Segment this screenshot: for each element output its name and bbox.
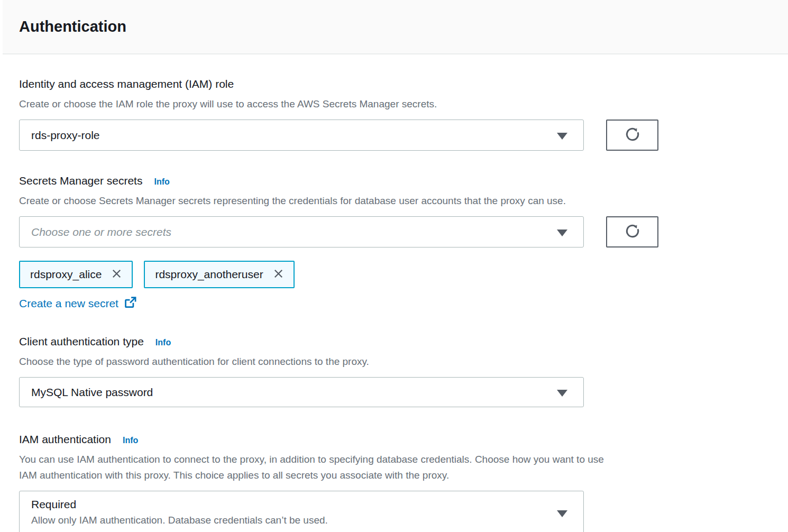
token-label: rdsproxy_anotheruser bbox=[155, 268, 263, 281]
panel-header: Authentication bbox=[3, 0, 788, 54]
close-icon bbox=[272, 268, 285, 281]
field-iam-role: Identity and access management (IAM) rol… bbox=[19, 77, 775, 151]
field-iam-authentication: IAM authentication Info You can use IAM … bbox=[19, 433, 775, 532]
refresh-icon bbox=[624, 223, 641, 241]
iam-auth-select-value: Required bbox=[31, 498, 76, 511]
secrets-info-link[interactable]: Info bbox=[154, 177, 169, 187]
secrets-label: Secrets Manager secrets bbox=[19, 174, 142, 188]
iam-role-select-value: rds-proxy-role bbox=[31, 129, 100, 142]
iam-role-select[interactable]: rds-proxy-role bbox=[19, 120, 584, 151]
iam-auth-control-row: Required Allow only IAM authentication. … bbox=[19, 491, 775, 532]
chevron-down-icon bbox=[557, 510, 567, 517]
client-auth-description: Choose the type of password authenticati… bbox=[19, 354, 775, 370]
chevron-down-icon bbox=[557, 133, 567, 140]
chevron-down-icon bbox=[557, 390, 567, 397]
field-secrets: Secrets Manager secrets Info Create or c… bbox=[19, 174, 775, 311]
create-new-secret-link[interactable]: Create a new secret bbox=[19, 296, 137, 311]
create-new-secret-link-label: Create a new secret bbox=[19, 297, 118, 310]
secrets-refresh-button[interactable] bbox=[606, 216, 658, 247]
secrets-select-placeholder: Choose one or more secrets bbox=[31, 226, 171, 239]
authentication-panel: Authentication Identity and access manag… bbox=[0, 0, 788, 532]
token-dismiss-button[interactable] bbox=[272, 268, 285, 281]
iam-auth-description: You can use IAM authentication to connec… bbox=[19, 452, 775, 483]
client-auth-select-value: MySQL Native password bbox=[31, 386, 153, 399]
iam-role-control-row: rds-proxy-role bbox=[19, 120, 775, 151]
page-title: Authentication bbox=[19, 18, 126, 35]
iam-role-label-row: Identity and access management (IAM) rol… bbox=[19, 77, 775, 91]
create-secret-link-row: Create a new secret bbox=[19, 296, 775, 311]
field-client-auth-type: Client authentication type Info Choose t… bbox=[19, 335, 775, 407]
token-dismiss-button[interactable] bbox=[111, 268, 123, 281]
client-auth-label-row: Client authentication type Info bbox=[19, 335, 775, 348]
iam-auth-label: IAM authentication bbox=[19, 433, 111, 446]
secrets-control-row: Choose one or more secrets bbox=[19, 216, 775, 247]
token-label: rdsproxy_alice bbox=[30, 268, 102, 281]
selected-secrets-token-row: rdsproxy_alice rdsproxy_anotheruser bbox=[19, 261, 775, 288]
iam-auth-info-link[interactable]: Info bbox=[123, 436, 138, 445]
iam-auth-select-value-description: Allow only IAM authentication. Database … bbox=[31, 513, 328, 527]
token-rdsproxy-alice: rdsproxy_alice bbox=[19, 261, 133, 288]
secrets-description: Create or choose Secrets Manager secrets… bbox=[19, 193, 775, 209]
external-link-icon bbox=[124, 296, 137, 311]
client-auth-control-row: MySQL Native password bbox=[19, 377, 775, 407]
client-auth-label: Client authentication type bbox=[19, 335, 144, 348]
secrets-multiselect[interactable]: Choose one or more secrets bbox=[19, 216, 584, 247]
iam-role-label: Identity and access management (IAM) rol… bbox=[19, 77, 234, 91]
chevron-down-icon bbox=[557, 230, 567, 236]
iam-auth-label-row: IAM authentication Info bbox=[19, 433, 775, 446]
iam-role-refresh-button[interactable] bbox=[606, 120, 658, 151]
close-icon bbox=[111, 268, 123, 281]
client-auth-info-link[interactable]: Info bbox=[155, 338, 171, 347]
secrets-label-row: Secrets Manager secrets Info bbox=[19, 174, 775, 188]
iam-auth-select[interactable]: Required Allow only IAM authentication. … bbox=[19, 491, 584, 532]
iam-auth-description-line2: IAM authentication with this proxy. This… bbox=[19, 467, 775, 483]
token-rdsproxy-anotheruser: rdsproxy_anotheruser bbox=[144, 261, 294, 288]
form-content: Identity and access management (IAM) rol… bbox=[0, 54, 788, 532]
client-auth-select[interactable]: MySQL Native password bbox=[19, 377, 584, 407]
iam-auth-description-line1: You can use IAM authentication to connec… bbox=[19, 452, 775, 467]
iam-role-description: Create or choose the IAM role the proxy … bbox=[19, 96, 775, 112]
refresh-icon bbox=[624, 126, 641, 144]
